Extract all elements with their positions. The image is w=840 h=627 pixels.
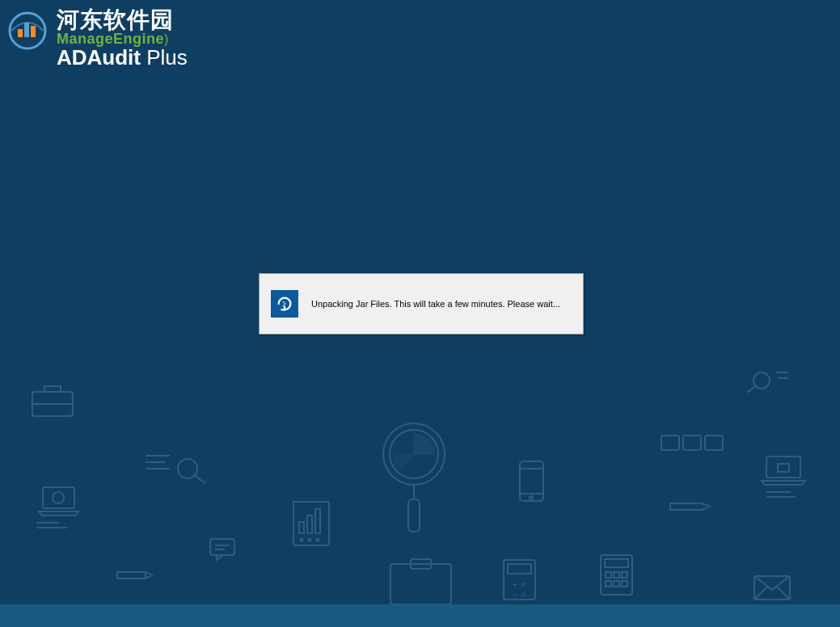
- svg-point-31: [530, 496, 533, 499]
- installer-progress-dialog: Unpacking Jar Files. This will take a fe…: [259, 273, 584, 335]
- svg-rect-16: [299, 522, 304, 533]
- svg-rect-40: [622, 572, 627, 578]
- svg-rect-18: [315, 509, 320, 533]
- svg-line-50: [747, 386, 755, 393]
- site-name: 河东软件园: [57, 8, 188, 33]
- svg-rect-52: [778, 464, 789, 472]
- svg-rect-43: [622, 581, 627, 587]
- deco-pencil-icon: [113, 564, 154, 580]
- deco-magnifier-lines-icon: [146, 452, 210, 485]
- dialog-message: Unpacking Jar Files. This will take a fe…: [311, 299, 560, 309]
- svg-rect-38: [606, 572, 611, 578]
- svg-point-19: [301, 539, 303, 541]
- deco-briefcase-icon: [28, 380, 77, 420]
- svg-text:− =: − =: [512, 589, 526, 600]
- svg-rect-44: [661, 436, 679, 450]
- product-name-light: Plus: [141, 45, 188, 69]
- svg-point-4: [53, 492, 64, 503]
- deco-laptop2-icon: [760, 454, 807, 486]
- deco-pen-icon: [668, 495, 712, 511]
- company-suffix: ): [164, 32, 168, 46]
- svg-rect-33: [508, 564, 531, 574]
- product-name: ADAudit Plus: [57, 46, 188, 69]
- svg-rect-26: [390, 564, 451, 604]
- svg-rect-51: [766, 457, 800, 478]
- header-branding: 河东软件园 ManageEngine) ADAudit Plus: [8, 8, 188, 69]
- svg-rect-41: [606, 581, 611, 587]
- svg-rect-12: [210, 539, 234, 555]
- svg-rect-45: [683, 436, 701, 450]
- svg-rect-39: [614, 572, 619, 578]
- svg-point-49: [753, 372, 770, 389]
- deco-windows-icon: [660, 432, 724, 452]
- deco-grid-icon: [598, 553, 635, 597]
- deco-lines-icon: [36, 521, 69, 529]
- site-logo-icon: [8, 11, 47, 50]
- deco-phone-icon: [517, 459, 546, 503]
- svg-point-20: [309, 539, 311, 541]
- product-name-bold: ADAudit: [57, 45, 141, 69]
- svg-rect-42: [614, 581, 619, 587]
- deco-big-magnifier-icon: [376, 420, 453, 533]
- bottom-bar: [0, 604, 840, 627]
- svg-point-21: [317, 539, 319, 541]
- deco-small-magnifier-icon: [744, 368, 788, 393]
- svg-rect-28: [520, 461, 543, 501]
- deco-clipboard-icon: [382, 558, 459, 606]
- svg-rect-3: [43, 487, 74, 508]
- svg-rect-37: [605, 559, 628, 567]
- deco-chat-icon: [209, 537, 237, 562]
- refresh-icon: [271, 290, 298, 318]
- svg-line-11: [194, 475, 205, 483]
- deco-barchart-icon: [291, 499, 331, 548]
- brand-text-block: 河东软件园 ManageEngine) ADAudit Plus: [57, 8, 188, 69]
- deco-laptop-icon: [36, 485, 81, 517]
- deco-mail-icon: [752, 574, 792, 602]
- svg-rect-46: [705, 436, 723, 450]
- deco-lines2-icon: [766, 490, 799, 499]
- svg-rect-25: [408, 499, 420, 532]
- svg-rect-17: [307, 515, 312, 533]
- deco-calculator-icon: + ×− =: [501, 558, 538, 602]
